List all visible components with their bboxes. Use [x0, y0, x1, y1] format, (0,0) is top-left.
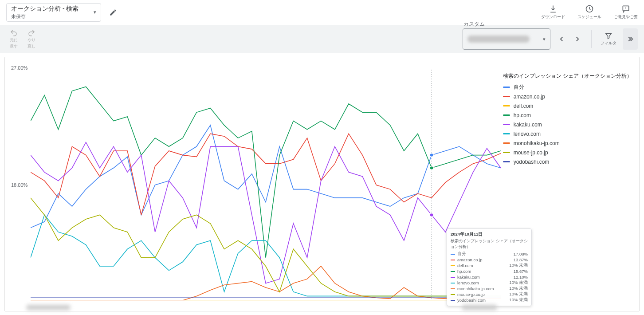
- legend-label: mouse-jp.co.jp: [514, 150, 548, 156]
- legend-item[interactable]: mouse-jp.co.jp: [503, 148, 632, 157]
- feedback-icon: [621, 4, 630, 13]
- chevron-right-icon: [573, 35, 581, 43]
- y-tick-1: 18.00%: [11, 182, 27, 188]
- legend-item[interactable]: hp.com: [503, 110, 632, 120]
- legend-label: hp.com: [514, 112, 531, 118]
- filter-icon: [605, 32, 613, 40]
- double-chevron-right-icon: [626, 35, 634, 43]
- legend-label: yodobashi.com: [514, 159, 550, 165]
- report-title-dropdown[interactable]: オークション分析 - 検索 未保存 ▾: [6, 3, 101, 22]
- redo-button[interactable]: やり 直し: [24, 29, 39, 49]
- legend-title: 検索のインプレッション シェア（オークション分析）: [503, 72, 632, 80]
- undo-button[interactable]: 元に 戻す: [6, 29, 21, 49]
- tooltip-row: hp.com15.67%: [451, 268, 528, 274]
- edit-icon[interactable]: [109, 8, 117, 16]
- tooltip-row: kakaku.com12.10%: [451, 274, 528, 280]
- download-button[interactable]: ダウンロード: [541, 4, 565, 20]
- legend-swatch: [503, 87, 510, 88]
- tooltip-row: yodobashi.com10% 未満: [451, 297, 528, 303]
- redo-icon: [27, 29, 35, 37]
- legend-item[interactable]: dell.com: [503, 101, 632, 110]
- tooltip-date: 2024年10月11日: [451, 232, 528, 237]
- schedule-button[interactable]: スケジュール: [577, 4, 601, 20]
- filter-button[interactable]: フィルタ: [601, 32, 617, 46]
- svg-point-5: [430, 213, 433, 217]
- redacted-x-label-right: [462, 305, 497, 310]
- report-subtitle: 未保存: [11, 13, 79, 20]
- legend-label: dell.com: [514, 103, 534, 109]
- legend-label: lenovo.com: [514, 131, 541, 137]
- y-tick-0: 27.00%: [11, 65, 27, 71]
- legend-item[interactable]: kakaku.com: [503, 120, 632, 129]
- redacted-text: [467, 35, 530, 43]
- feedback-button[interactable]: ご意見やご要: [614, 4, 638, 20]
- svg-point-4: [430, 166, 433, 169]
- legend-item[interactable]: 自分: [503, 83, 632, 92]
- tooltip-row: lenovo.com10% 未満: [451, 280, 528, 286]
- chevron-left-icon: [558, 35, 565, 43]
- tooltip-row: monohikaku-jp.com10% 未満: [451, 286, 528, 291]
- legend-item[interactable]: lenovo.com: [503, 129, 632, 138]
- legend-swatch: [503, 105, 510, 106]
- legend-swatch: [503, 142, 510, 144]
- next-period-button[interactable]: [573, 34, 582, 44]
- legend-label: 自分: [514, 83, 524, 91]
- top-bar: オークション分析 - 検索 未保存 ▾ ダウンロード スケジュール ご意見やご要: [0, 0, 644, 25]
- clock-icon: [585, 4, 594, 13]
- date-range-dropdown[interactable]: ▾: [463, 28, 550, 50]
- divider: [591, 30, 592, 48]
- legend-swatch: [503, 133, 510, 134]
- legend-item[interactable]: monohikaku-jp.com: [503, 138, 632, 148]
- download-icon: [549, 4, 558, 13]
- chart-tooltip: 2024年10月11日 検索のインプレッション シェア（オークション分析） 自分…: [447, 228, 532, 306]
- toolbar: 元に 戻す やり 直し カスタム ▾ フィルタ: [0, 25, 644, 53]
- tooltip-row: amazon.co.jp13.87%: [451, 257, 528, 263]
- legend-label: kakaku.com: [514, 122, 542, 128]
- legend-label: monohikaku-jp.com: [514, 140, 560, 146]
- chart-plot[interactable]: [31, 70, 501, 300]
- expand-panel-button[interactable]: [623, 28, 638, 50]
- tooltip-metric: 検索のインプレッション シェア（オークション分析）: [451, 238, 528, 250]
- legend-swatch: [503, 152, 510, 153]
- redacted-x-label-left: [26, 305, 71, 310]
- chevron-down-icon: ▾: [94, 9, 96, 15]
- legend-swatch: [503, 124, 510, 125]
- chevron-down-icon: ▾: [543, 36, 546, 42]
- legend-label: amazon.co.jp: [514, 94, 545, 100]
- legend-swatch: [503, 161, 510, 162]
- legend-swatch: [503, 96, 510, 97]
- tooltip-row: mouse-jp.co.jp10% 未満: [451, 291, 528, 297]
- chart-legend: 検索のインプレッション シェア（オークション分析） 自分amazon.co.jp…: [503, 72, 632, 166]
- undo-icon: [10, 29, 18, 37]
- chart-card: 27.00% 18.00% 検索のインプレッション シェア（オークション分析） …: [4, 57, 640, 311]
- legend-item[interactable]: yodobashi.com: [503, 157, 632, 166]
- tooltip-row: 自分17.08%: [451, 251, 528, 257]
- custom-label: カスタム: [463, 20, 485, 28]
- tooltip-row: dell.com10% 未満: [451, 263, 528, 268]
- report-title: オークション分析 - 検索: [11, 5, 79, 13]
- legend-item[interactable]: amazon.co.jp: [503, 92, 632, 101]
- svg-point-3: [430, 154, 433, 157]
- legend-swatch: [503, 114, 510, 116]
- prev-period-button[interactable]: [557, 34, 566, 44]
